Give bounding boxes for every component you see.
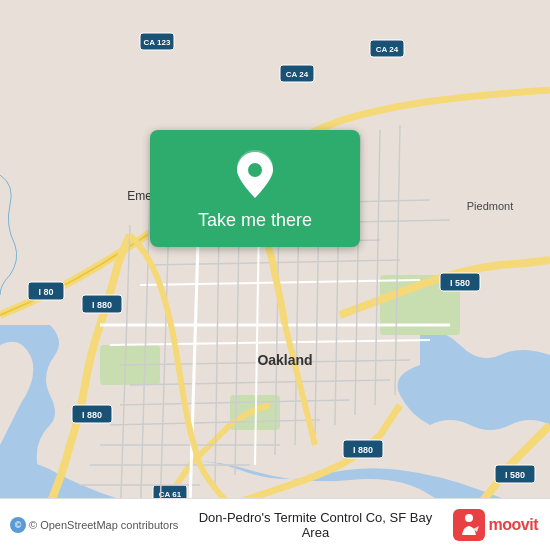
- location-name: Don-Pedro's Termite Control Co, SF Bay A…: [186, 510, 444, 540]
- osm-credit: © © OpenStreetMap contributors: [10, 517, 178, 533]
- svg-text:I 580: I 580: [505, 470, 525, 480]
- osm-credit-text: © OpenStreetMap contributors: [29, 519, 178, 531]
- svg-line-31: [110, 420, 320, 425]
- svg-text:I 580: I 580: [450, 278, 470, 288]
- svg-text:Oakland: Oakland: [257, 352, 312, 368]
- moovit-icon-svg: [453, 509, 485, 541]
- svg-text:CA 123: CA 123: [144, 38, 171, 47]
- map-container: I 80 I 880 I 880 I 580 I 580 CA 61 CA 61…: [0, 0, 550, 550]
- map-svg: I 80 I 880 I 880 I 580 I 580 CA 61 CA 61…: [0, 0, 550, 550]
- moovit-text: moovit: [489, 516, 538, 534]
- svg-text:I 880: I 880: [92, 300, 112, 310]
- svg-text:CA 24: CA 24: [376, 45, 399, 54]
- take-me-there-label: Take me there: [198, 210, 312, 231]
- bottom-bar: © © OpenStreetMap contributors Don-Pedro…: [0, 498, 550, 550]
- svg-text:I 80: I 80: [38, 287, 53, 297]
- svg-point-59: [465, 514, 473, 522]
- svg-line-46: [375, 130, 380, 405]
- svg-text:I 880: I 880: [353, 445, 373, 455]
- svg-point-57: [248, 163, 262, 177]
- location-pin-icon: [233, 148, 277, 202]
- svg-rect-58: [453, 509, 485, 541]
- svg-line-24: [110, 340, 430, 345]
- svg-line-26: [130, 380, 390, 385]
- svg-text:Piedmont: Piedmont: [467, 200, 513, 212]
- svg-text:I 880: I 880: [82, 410, 102, 420]
- take-me-there-button[interactable]: Take me there: [150, 130, 360, 247]
- svg-text:CA 24: CA 24: [286, 70, 309, 79]
- osm-logo: ©: [10, 517, 26, 533]
- moovit-logo: moovit: [453, 509, 538, 541]
